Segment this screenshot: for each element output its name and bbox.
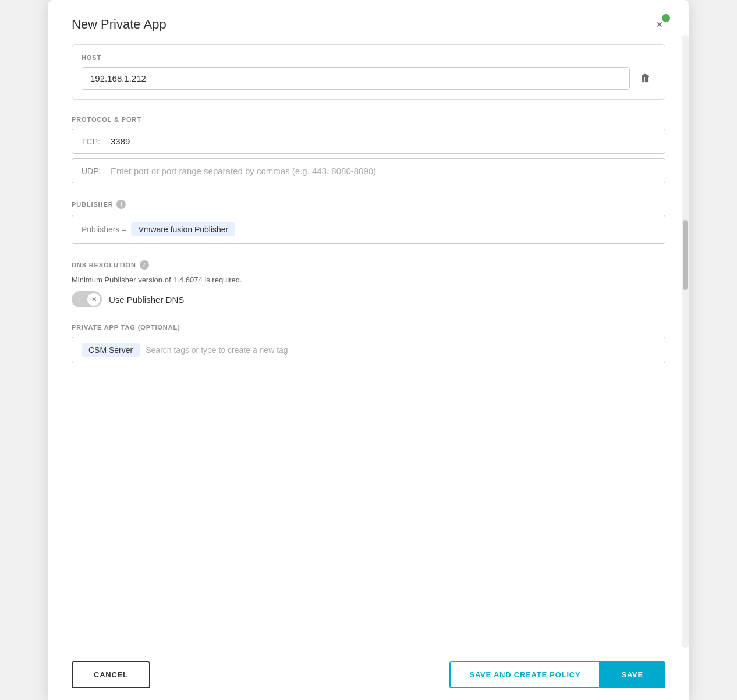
tag-section: PRIVATE APP TAG (OPTIONAL) CSM Server bbox=[72, 324, 665, 363]
publisher-box[interactable]: Publishers = Vmware fusion Publisher bbox=[72, 215, 665, 244]
host-input[interactable] bbox=[82, 67, 630, 90]
new-private-app-modal: New Private App × HOST 🗑 PROTOCOL & PORT bbox=[48, 0, 689, 700]
protocol-section: PROTOCOL & PORT TCP: UDP: bbox=[72, 116, 665, 183]
dns-toggle-label: Use Publisher DNS bbox=[109, 295, 184, 305]
tcp-label: TCP: bbox=[82, 137, 105, 146]
publisher-info-icon[interactable]: i bbox=[116, 200, 126, 209]
dns-info-icon[interactable]: i bbox=[140, 260, 149, 270]
tag-section-label: PRIVATE APP TAG (OPTIONAL) bbox=[72, 324, 665, 331]
publishers-prefix: Publishers = bbox=[82, 225, 126, 234]
save-button[interactable]: SAVE bbox=[599, 661, 665, 688]
protocol-section-label: PROTOCOL & PORT bbox=[72, 116, 665, 123]
publisher-tag[interactable]: Vmware fusion Publisher bbox=[131, 222, 235, 236]
modal-footer: CANCEL SAVE AND CREATE POLICY SAVE bbox=[48, 649, 689, 700]
existing-tag-chip[interactable]: CSM Server bbox=[82, 343, 140, 357]
modal-header: New Private App × bbox=[48, 0, 689, 44]
tcp-input[interactable] bbox=[111, 136, 655, 146]
publisher-section: PUBLISHER i Publishers = Vmware fusion P… bbox=[72, 200, 665, 244]
udp-row: UDP: bbox=[72, 158, 665, 183]
toggle-x-icon: ✕ bbox=[91, 296, 97, 303]
tag-box[interactable]: CSM Server bbox=[72, 337, 665, 363]
udp-input[interactable] bbox=[111, 166, 655, 176]
dns-section: DNS RESOLUTION i Minimum Publisher versi… bbox=[72, 260, 665, 307]
host-row: 🗑 bbox=[82, 67, 655, 90]
scrollbar-thumb bbox=[683, 220, 688, 290]
toggle-track: ✕ bbox=[72, 291, 102, 307]
tag-search-input[interactable] bbox=[146, 345, 655, 355]
scrollbar-track[interactable] bbox=[682, 35, 689, 648]
close-icon: × bbox=[657, 19, 663, 30]
dns-toggle-row: ✕ Use Publisher DNS bbox=[72, 291, 665, 307]
publisher-section-label: PUBLISHER i bbox=[72, 200, 665, 209]
cancel-button[interactable]: CANCEL bbox=[72, 661, 150, 688]
trash-icon: 🗑 bbox=[640, 72, 651, 84]
dns-section-label: DNS RESOLUTION i bbox=[72, 260, 665, 270]
toggle-thumb: ✕ bbox=[87, 293, 100, 306]
host-section-label: HOST bbox=[82, 54, 655, 61]
host-section: HOST 🗑 bbox=[72, 44, 665, 100]
status-dot bbox=[662, 14, 670, 22]
save-and-create-policy-button[interactable]: SAVE AND CREATE POLICY bbox=[449, 661, 600, 688]
modal-title: New Private App bbox=[72, 17, 166, 32]
delete-host-button[interactable]: 🗑 bbox=[636, 70, 655, 87]
modal-body: HOST 🗑 PROTOCOL & PORT TCP: UDP: bbox=[48, 44, 689, 649]
udp-label: UDP: bbox=[82, 167, 105, 176]
tcp-row: TCP: bbox=[72, 129, 665, 154]
dns-subtitle: Minimum Publisher version of 1.4.6074 is… bbox=[72, 275, 665, 284]
close-button[interactable]: × bbox=[649, 14, 670, 35]
footer-right: SAVE AND CREATE POLICY SAVE bbox=[449, 661, 665, 688]
dns-toggle[interactable]: ✕ bbox=[72, 291, 102, 307]
